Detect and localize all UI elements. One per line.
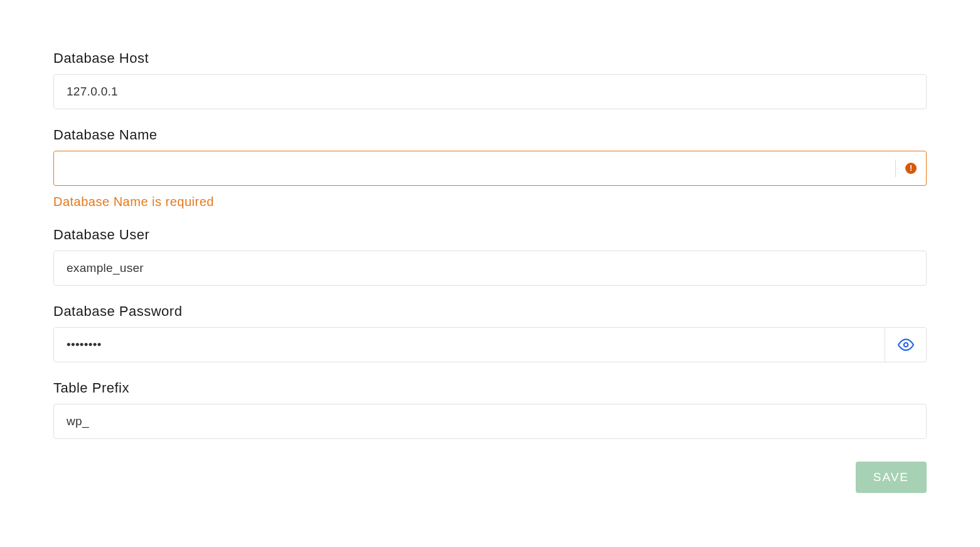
database-user-input[interactable] [53,251,927,286]
database-name-input[interactable] [53,151,927,186]
database-host-input[interactable] [53,74,927,109]
eye-icon [898,337,914,353]
database-name-input-wrapper: ! [53,151,927,186]
password-visibility-toggle[interactable] [885,328,926,362]
table-prefix-label: Table Prefix [53,380,927,396]
table-prefix-input[interactable] [53,404,927,439]
database-password-input[interactable] [54,328,885,362]
password-input-wrapper [53,327,927,362]
database-name-group: Database Name ! Database Name is require… [53,127,927,209]
database-user-label: Database User [53,227,927,243]
database-name-error: Database Name is required [53,195,927,209]
button-row: SAVE [53,462,927,493]
save-button[interactable]: SAVE [856,462,927,493]
database-host-label: Database Host [53,50,927,67]
table-prefix-group: Table Prefix [53,380,927,439]
database-user-group: Database User [53,227,927,286]
database-password-group: Database Password [53,303,927,362]
database-password-label: Database Password [53,303,927,320]
database-name-label: Database Name [53,127,927,143]
svg-point-0 [903,343,908,347]
database-settings-form: Database Host Database Name ! Database N… [53,50,927,493]
database-host-group: Database Host [53,50,927,109]
